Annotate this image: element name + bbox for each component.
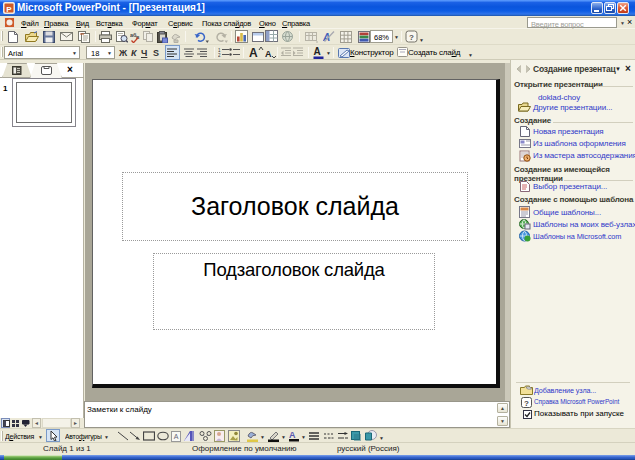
svg-text:?: ? bbox=[409, 33, 414, 42]
svg-text:2: 2 bbox=[218, 53, 221, 58]
svg-text:?: ? bbox=[524, 399, 529, 408]
svg-text:A: A bbox=[289, 430, 296, 440]
svg-text:A: A bbox=[265, 49, 272, 59]
svg-text:A: A bbox=[249, 46, 258, 59]
svg-text:A: A bbox=[314, 46, 321, 57]
svg-text:A: A bbox=[174, 433, 179, 440]
svg-text:P: P bbox=[6, 5, 12, 14]
